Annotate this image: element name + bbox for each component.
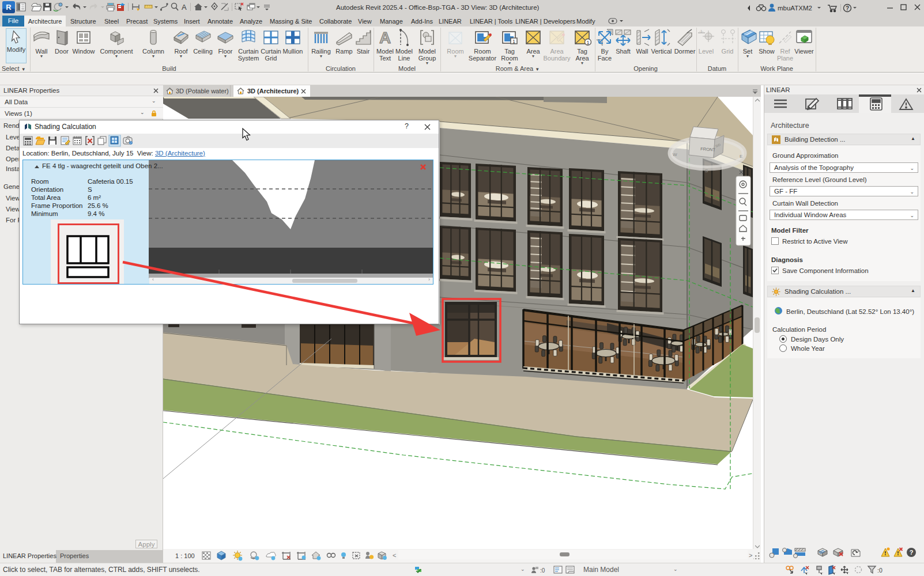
svg-text:?: ? <box>910 549 914 556</box>
svg-text:A: A <box>182 3 187 12</box>
svg-text:S: S <box>705 168 708 173</box>
svg-text:R: R <box>6 3 12 12</box>
svg-text:mbuATXM2: mbuATXM2 <box>778 5 812 12</box>
svg-text:?: ? <box>846 5 849 12</box>
svg-text:E: E <box>740 154 742 159</box>
svg-text::0: :0 <box>540 567 545 574</box>
svg-text:W: W <box>673 152 677 157</box>
svg-text:FRONT: FRONT <box>700 146 716 153</box>
svg-text::0: :0 <box>877 567 882 574</box>
